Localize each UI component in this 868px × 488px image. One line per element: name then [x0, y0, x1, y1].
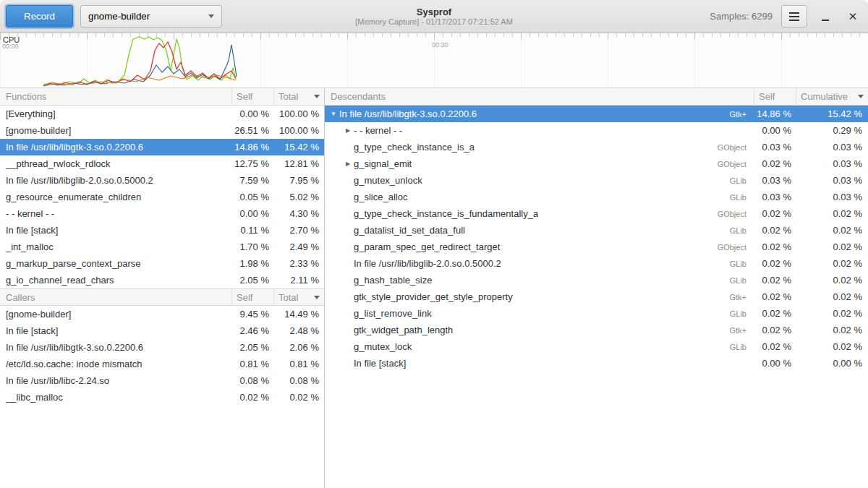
table-row[interactable]: In file /usr/lib/libc-2.24.so0.08 %0.08 … — [0, 372, 324, 389]
self-percent: 0.00 % — [754, 125, 796, 136]
function-name: g_resource_enumerate_children — [0, 192, 231, 202]
self-percent: 9.45 % — [231, 309, 273, 320]
function-name: In file /usr/lib/libglib-2.0.so.0.5000.2 — [0, 175, 231, 186]
table-row[interactable]: g_mutex_lockGLib0.02 %0.02 % — [325, 338, 868, 355]
table-row[interactable]: g_list_remove_linkGLib0.02 %0.02 % — [325, 305, 868, 322]
table-row[interactable]: ▶- - kernel - -0.00 %0.29 % — [325, 122, 868, 139]
column-header-functions[interactable]: Functions — [0, 88, 231, 105]
app-title: Sysprof — [417, 7, 451, 17]
table-row[interactable]: __libc_malloc0.02 %0.02 % — [0, 389, 324, 406]
table-row[interactable]: g_hash_table_sizeGLib0.02 %0.02 % — [325, 272, 868, 288]
table-row[interactable]: ▶g_signal_emitGObject0.02 %0.03 % — [325, 155, 868, 172]
table-row[interactable]: _int_malloc1.70 %2.49 % — [0, 239, 324, 255]
functions-header-row: Functions Self Total — [0, 88, 324, 106]
table-row[interactable]: gtk_style_provider_get_style_propertyGtk… — [325, 288, 868, 305]
column-header-functions-self[interactable]: Self — [231, 88, 273, 105]
table-row[interactable]: g_slice_allocGLib0.03 %0.03 % — [325, 189, 868, 205]
total-percent: 0.81 % — [273, 359, 324, 369]
self-percent: 2.05 % — [231, 342, 273, 353]
close-button[interactable]: ✕ — [843, 7, 862, 26]
table-row[interactable]: In file [stack]2.46 %2.48 % — [0, 322, 324, 339]
total-percent: 7.95 % — [273, 175, 324, 186]
total-percent: 2.48 % — [273, 325, 324, 336]
column-header-functions-total[interactable]: Total — [273, 88, 324, 105]
table-row[interactable]: g_datalist_id_set_data_fullGLib0.02 %0.0… — [325, 222, 868, 239]
table-row[interactable]: g_type_check_instance_is_aGObject0.03 %0… — [325, 139, 868, 155]
column-header-functions-total-label: Total — [278, 91, 298, 102]
table-row[interactable]: g_type_check_instance_is_fundamentally_a… — [325, 205, 868, 222]
library-label: GLib — [706, 276, 754, 285]
cumulative-percent: 0.29 % — [796, 125, 868, 136]
column-header-descendants-cumulative[interactable]: Cumulative — [796, 88, 868, 105]
function-name: g_io_channel_read_chars — [0, 275, 231, 286]
total-percent: 2.06 % — [273, 342, 324, 353]
total-percent: 2.49 % — [273, 241, 324, 252]
target-selector-dropdown[interactable]: gnome-builder — [80, 5, 222, 27]
self-percent: 0.02 % — [754, 241, 796, 252]
cumulative-percent: 0.02 % — [796, 325, 868, 335]
table-row[interactable]: g_markup_parse_context_parse1.98 %2.33 % — [0, 255, 324, 272]
library-label: GObject — [706, 143, 754, 152]
capture-subtitle: [Memory Capture] - 01/17/2017 07:21:52 A… — [355, 17, 513, 27]
column-header-descendants[interactable]: Descendants — [325, 88, 754, 105]
table-row[interactable]: In file /usr/lib/libgtk-3.so.0.2200.614.… — [0, 139, 324, 155]
record-button[interactable]: Record — [6, 5, 73, 27]
table-row[interactable]: g_resource_enumerate_children0.05 %5.02 … — [0, 189, 324, 205]
minimize-button[interactable] — [816, 7, 835, 26]
table-row[interactable]: g_param_spec_get_redirect_targetGObject0… — [325, 239, 868, 255]
library-label: GObject — [706, 243, 754, 252]
function-name: g_type_check_instance_is_fundamentally_a — [354, 208, 706, 219]
table-row[interactable]: In file /usr/lib/libglib-2.0.so.0.5000.2… — [0, 172, 324, 189]
cumulative-percent: 0.02 % — [796, 341, 868, 352]
function-name: In file /usr/lib/libglib-2.0.so.0.5000.2 — [354, 258, 706, 269]
column-header-callers-total[interactable]: Total — [273, 289, 324, 305]
self-percent: 7.59 % — [231, 175, 273, 186]
function-name: g_mutex_lock — [354, 341, 706, 352]
table-row[interactable]: In file /usr/lib/libgtk-3.so.0.2200.62.0… — [0, 339, 324, 356]
total-percent: 100.00 % — [273, 125, 324, 136]
table-row[interactable]: In file /usr/lib/libglib-2.0.so.0.5000.2… — [325, 255, 868, 272]
callers-header-row: Callers Self Total — [0, 288, 324, 306]
self-percent: 14.86 % — [754, 108, 796, 119]
time-label-mid: 00:30 — [432, 41, 448, 48]
expander-closed-icon[interactable]: ▶ — [342, 160, 354, 167]
expander-closed-icon[interactable]: ▶ — [342, 127, 354, 134]
table-row[interactable]: __pthread_rwlock_rdlock12.75 %12.81 % — [0, 155, 324, 172]
function-name: In file [stack] — [354, 358, 706, 369]
self-percent: 0.02 % — [754, 225, 796, 236]
self-percent: 0.02 % — [754, 291, 796, 302]
total-percent: 2.11 % — [273, 275, 324, 286]
table-row[interactable]: g_mutex_unlockGLib0.03 %0.03 % — [325, 172, 868, 189]
cpu-graph[interactable]: CPU 00:00 00:30 — [0, 33, 868, 88]
cumulative-percent: 0.03 % — [796, 158, 868, 169]
cumulative-percent: 0.03 % — [796, 175, 868, 186]
table-row[interactable]: /etc/ld.so.cache: inode mismatch0.81 %0.… — [0, 356, 324, 372]
function-name: - - kernel - - — [354, 125, 706, 136]
menu-button[interactable] — [781, 5, 807, 27]
total-percent: 0.02 % — [273, 392, 324, 403]
function-name: g_param_spec_get_redirect_target — [354, 241, 706, 252]
descendants-table: ▼In file /usr/lib/libgtk-3.so.0.2200.6Gt… — [325, 106, 868, 372]
expander-open-icon[interactable]: ▼ — [328, 111, 339, 117]
column-header-callers-self[interactable]: Self — [231, 289, 273, 305]
table-row[interactable]: [gnome-builder]9.45 %14.49 % — [0, 306, 324, 322]
table-row[interactable]: gtk_widget_path_lengthGtk+0.02 %0.02 % — [325, 322, 868, 338]
function-name: g_datalist_id_set_data_full — [354, 225, 706, 236]
table-row[interactable]: In file [stack]0.00 %0.00 % — [325, 355, 868, 372]
table-row[interactable]: ▼In file /usr/lib/libgtk-3.so.0.2200.6Gt… — [325, 106, 868, 122]
column-header-callers[interactable]: Callers — [0, 289, 231, 305]
callers-table: [gnome-builder]9.45 %14.49 %In file [sta… — [0, 306, 324, 406]
target-selector-label: gnome-builder — [88, 11, 150, 22]
table-row[interactable]: In file [stack]0.11 %2.70 % — [0, 222, 324, 239]
self-percent: 26.51 % — [231, 125, 273, 136]
column-header-descendants-self[interactable]: Self — [754, 88, 796, 105]
column-header-callers-total-label: Total — [278, 292, 298, 303]
table-row[interactable]: [gnome-builder]26.51 %100.00 % — [0, 122, 324, 139]
table-row[interactable]: g_io_channel_read_chars2.05 %2.11 % — [0, 272, 324, 288]
table-row[interactable]: - - kernel - -0.00 %4.30 % — [0, 205, 324, 222]
chevron-down-icon — [208, 14, 214, 18]
self-percent: 12.75 % — [231, 158, 273, 169]
table-row[interactable]: [Everything]0.00 %100.00 % — [0, 106, 324, 122]
library-label: GLib — [706, 226, 754, 235]
cumulative-percent: 0.03 % — [796, 192, 868, 202]
